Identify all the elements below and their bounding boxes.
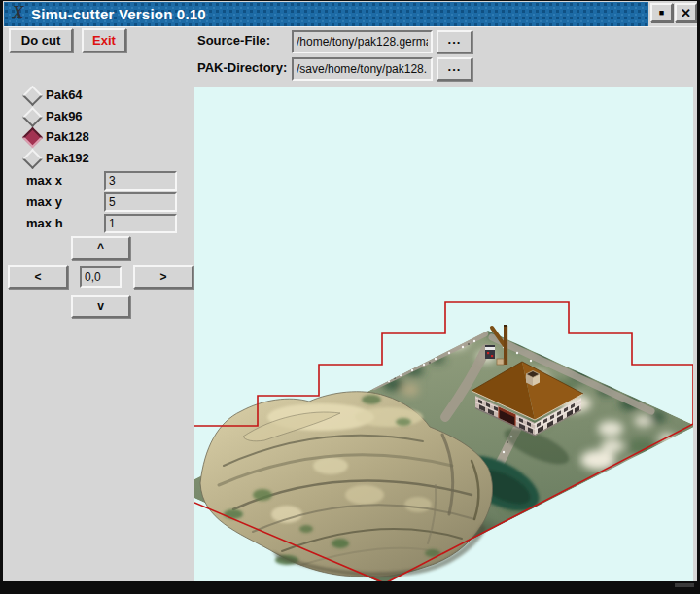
pak-directory-label: PAK-Directory: bbox=[197, 60, 287, 76]
window-title: Simu-cutter Version 0.10 bbox=[31, 2, 206, 26]
terrain-preview-canvas bbox=[194, 87, 693, 583]
exit-button[interactable]: Exit bbox=[82, 28, 126, 52]
nav-left-button[interactable]: < bbox=[8, 265, 68, 289]
resize-grip[interactable] bbox=[675, 583, 694, 587]
radio-pak96-label[interactable]: Pak96 bbox=[46, 109, 83, 124]
browse-dots: ... bbox=[448, 59, 462, 74]
x11-window-icon: X bbox=[8, 3, 28, 22]
pak-browse-button[interactable]: ... bbox=[437, 57, 472, 81]
tile-position-input[interactable] bbox=[80, 266, 122, 288]
barrel bbox=[485, 345, 495, 359]
window-bottom-border[interactable] bbox=[0, 581, 700, 594]
pak-directory-input[interactable] bbox=[292, 57, 433, 81]
source-file-input[interactable] bbox=[292, 30, 433, 53]
max-y-input[interactable] bbox=[104, 192, 177, 212]
max-x-label: max x bbox=[26, 173, 62, 189]
radio-pak192-label[interactable]: Pak192 bbox=[46, 151, 89, 166]
source-browse-button[interactable]: ... bbox=[437, 30, 472, 53]
maximize-button[interactable]: ■ bbox=[650, 3, 673, 22]
simu-cutter-app: { "window": { "title": "Simu-cutter Vers… bbox=[0, 0, 700, 594]
nav-right-button[interactable]: > bbox=[133, 265, 193, 289]
nav-up-button[interactable]: ^ bbox=[71, 236, 130, 260]
source-file-label: Source-File: bbox=[197, 33, 270, 49]
radio-pak128-label[interactable]: Pak128 bbox=[46, 129, 89, 145]
maximize-icon: ■ bbox=[659, 9, 664, 17]
close-button[interactable]: ✕ bbox=[675, 3, 697, 22]
browse-dots: ... bbox=[448, 32, 462, 47]
close-icon: ✕ bbox=[681, 7, 691, 19]
radio-pak64-label[interactable]: Pak64 bbox=[46, 87, 83, 103]
max-h-label: max h bbox=[26, 216, 63, 231]
max-y-label: max y bbox=[26, 194, 62, 210]
max-h-input[interactable] bbox=[104, 214, 177, 233]
nav-down-button[interactable]: v bbox=[71, 295, 130, 318]
do-cut-button[interactable]: Do cut bbox=[9, 28, 73, 52]
frame-bevel bbox=[4, 26, 697, 27]
max-x-input[interactable] bbox=[104, 171, 177, 191]
crate bbox=[497, 359, 504, 365]
terrain-preview bbox=[194, 87, 693, 583]
